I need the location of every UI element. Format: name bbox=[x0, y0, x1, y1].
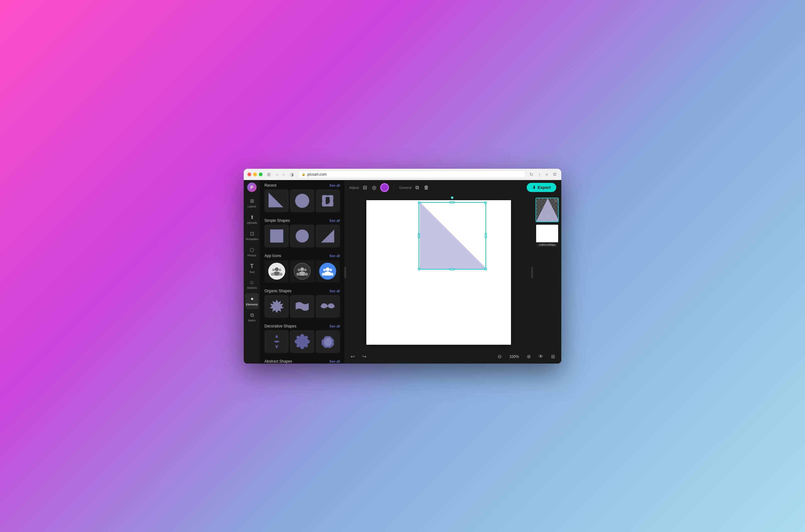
stickers-icon: ☺ bbox=[249, 280, 254, 285]
decorative-shape-flower[interactable] bbox=[290, 330, 314, 353]
simple-shapes-section-header: Simple Shapes See all bbox=[260, 215, 344, 225]
redo-button[interactable]: ↪ bbox=[361, 352, 368, 361]
elements-icon: ✦ bbox=[250, 296, 254, 302]
bottom-toolbar: ↩ ↪ ⊖ 100% ⊕ 👁 ⊞ bbox=[344, 350, 561, 364]
mask-button[interactable]: ◎ bbox=[371, 183, 378, 192]
abstract-shapes-section-header: Abstract Shapes See all bbox=[260, 356, 344, 364]
organic-shape-splat[interactable] bbox=[264, 295, 289, 318]
app-content: P ⊞ Layout ⬆ Uploads ⊡ Templates ⬡ Photo… bbox=[244, 180, 561, 364]
group-icon-dark-bg bbox=[294, 263, 311, 280]
organic-shape-flag[interactable] bbox=[290, 295, 314, 318]
recent-section-header: Recent See all bbox=[260, 180, 344, 189]
layout-label: Layout bbox=[248, 205, 256, 208]
sidebar-item-batch[interactable]: ⧉ Botch bbox=[245, 309, 259, 325]
app-icon-group-light[interactable] bbox=[264, 260, 289, 283]
canvas-wrapper: ‹ bbox=[344, 195, 533, 350]
simple-shape-square[interactable] bbox=[264, 225, 289, 247]
sidebar-item-stickers[interactable]: ☺ Stickers bbox=[245, 277, 259, 292]
adjust-label: Adjust bbox=[349, 186, 359, 189]
adjust-section: Adjust ⊟ ◎ bbox=[349, 183, 389, 192]
new-tab-button[interactable]: + bbox=[544, 171, 549, 177]
stickers-label: Stickers bbox=[247, 286, 257, 289]
sidebar-item-templates[interactable]: ⊡ Templates bbox=[245, 228, 259, 244]
cross-svg bbox=[319, 193, 336, 209]
sidebar-toggle-button[interactable]: ⊞ bbox=[265, 171, 273, 177]
abstract-shapes-see-all-button[interactable]: See all bbox=[329, 360, 340, 363]
canvas-scroll-left-button[interactable]: ‹ bbox=[344, 267, 346, 278]
forward-button[interactable]: › bbox=[282, 171, 286, 177]
decorative-shape-blob[interactable] bbox=[316, 330, 340, 353]
zoom-in-button[interactable]: ⊕ bbox=[526, 352, 532, 361]
sidebar-item-photos[interactable]: ⬡ Photos bbox=[245, 244, 259, 260]
picsart-logo: P bbox=[247, 183, 257, 192]
decorative-shapes-title: Decorative Shapes bbox=[264, 324, 296, 328]
sidebar-item-uploads[interactable]: ⬆ Uploads bbox=[245, 211, 259, 227]
delete-button[interactable]: 🗑 bbox=[423, 184, 430, 192]
export-icon: ⬇ bbox=[532, 185, 536, 190]
sidebar-item-text[interactable]: T Text bbox=[245, 261, 259, 276]
recent-see-all-button[interactable]: See all bbox=[329, 184, 340, 187]
batch-icon: ⧉ bbox=[250, 312, 254, 318]
organic-shapes-title: Organic Shapes bbox=[264, 289, 292, 293]
tab-overview-button[interactable]: ⧉ bbox=[552, 171, 557, 177]
decorative-shapes-see-all-button[interactable]: See all bbox=[329, 324, 340, 328]
flower-svg bbox=[294, 334, 310, 350]
recent-shape-circle[interactable] bbox=[290, 189, 314, 212]
svg-point-17 bbox=[326, 267, 330, 271]
svg-point-31 bbox=[299, 339, 305, 344]
thumbnail-label: 1080x1080px bbox=[536, 242, 558, 247]
address-bar[interactable]: 🔒 picsart.com bbox=[298, 171, 526, 178]
rotate-handle[interactable] bbox=[451, 196, 454, 199]
eye-button[interactable]: 👁 bbox=[537, 353, 545, 361]
lock-icon: 🔒 bbox=[301, 172, 305, 176]
grid-button[interactable]: ⊞ bbox=[550, 352, 556, 361]
triangle-svg bbox=[269, 193, 285, 209]
elements-label: Elements bbox=[246, 303, 258, 306]
simple-shapes-see-all-button[interactable]: See all bbox=[329, 219, 340, 223]
app-icons-see-all-button[interactable]: See all bbox=[329, 254, 340, 258]
color-picker-button[interactable] bbox=[380, 183, 389, 192]
uploads-icon: ⬆ bbox=[250, 214, 254, 220]
back-button[interactable]: ‹ bbox=[275, 171, 279, 177]
undo-button[interactable]: ↩ bbox=[349, 352, 356, 361]
app-icon-group-dark[interactable] bbox=[290, 260, 314, 283]
reload-button[interactable]: ↻ bbox=[528, 171, 534, 177]
canvas-right-container: Adjust ⊟ ◎ General ⧉ 🗑 ⬇ Export bbox=[344, 180, 561, 364]
app-icon-group-blue[interactable] bbox=[316, 260, 340, 283]
thumbnail-2[interactable]: 1080x1080px bbox=[535, 224, 559, 248]
thumbnail-dots bbox=[554, 199, 559, 202]
thumbnail-1[interactable] bbox=[535, 198, 559, 222]
zoom-out-button[interactable]: ⊖ bbox=[496, 352, 503, 361]
recent-shape-triangle[interactable] bbox=[264, 189, 289, 212]
recent-shape-cross[interactable] bbox=[316, 189, 340, 212]
sidebar-item-elements[interactable]: ✦ Elements bbox=[245, 293, 259, 309]
svg-point-15 bbox=[304, 269, 307, 271]
simple-shapes-title: Simple Shapes bbox=[264, 218, 290, 223]
export-button[interactable]: ⬇ Export bbox=[527, 183, 556, 192]
close-button[interactable] bbox=[248, 172, 251, 176]
design-canvas[interactable] bbox=[366, 200, 511, 345]
simple-shapes-grid bbox=[260, 225, 344, 250]
adjust-sliders-button[interactable]: ⊟ bbox=[362, 183, 368, 192]
minimize-button[interactable] bbox=[253, 172, 257, 176]
simple-shape-triangle-right[interactable] bbox=[316, 225, 340, 247]
uploads-label: Uploads bbox=[246, 221, 257, 224]
share-button[interactable]: ↑ bbox=[537, 171, 542, 177]
organic-shapes-see-all-button[interactable]: See all bbox=[329, 289, 340, 293]
svg-point-1 bbox=[295, 194, 309, 208]
simple-shape-circle[interactable] bbox=[290, 225, 314, 247]
canvas-scroll-right-button[interactable]: › bbox=[531, 267, 533, 278]
organic-shape-bird[interactable] bbox=[316, 295, 340, 318]
canvas-triangle-shape[interactable] bbox=[420, 202, 488, 270]
decorative-shape-arrow[interactable] bbox=[264, 330, 289, 353]
sidebar-item-layout[interactable]: ⊞ Layout bbox=[245, 195, 259, 211]
group-icon-light-bg bbox=[268, 263, 285, 280]
contrast-button[interactable]: ◑ bbox=[288, 171, 296, 177]
handle-middle-left[interactable] bbox=[418, 233, 420, 238]
maximize-button[interactable] bbox=[259, 172, 262, 176]
flag-svg bbox=[294, 298, 310, 315]
batch-label: Botch bbox=[248, 319, 255, 322]
recent-title: Recent bbox=[264, 183, 276, 188]
layout-icon: ⊞ bbox=[250, 198, 254, 204]
copy-button[interactable]: ⧉ bbox=[414, 184, 420, 192]
